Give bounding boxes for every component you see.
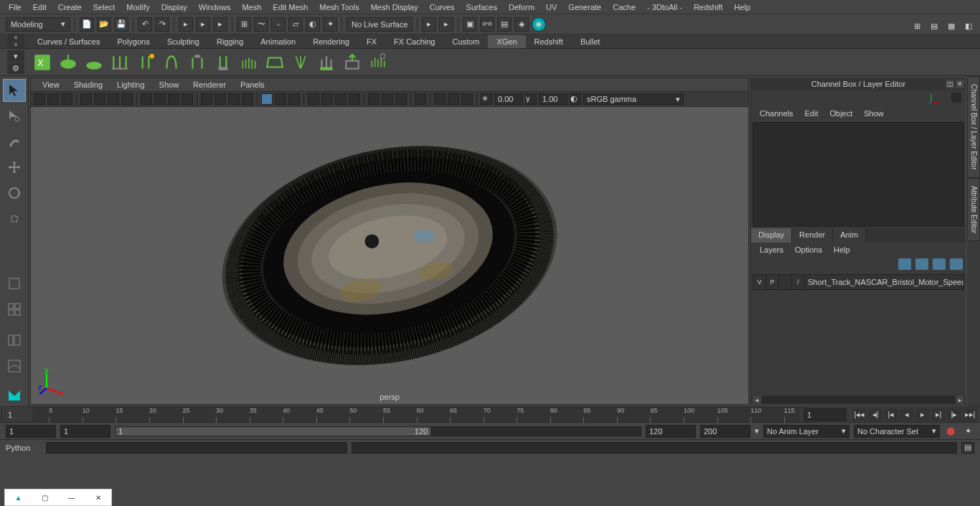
menu-curves[interactable]: Curves: [424, 1, 461, 14]
cb-menu-edit[interactable]: Edit: [798, 108, 824, 119]
vp-bookmark-icon[interactable]: [47, 93, 59, 105]
redo-icon[interactable]: ↷: [155, 17, 169, 32]
vp-cameras-icon[interactable]: [335, 93, 347, 105]
manip-toggle-icon[interactable]: [951, 93, 961, 103]
vp-exposure-icon[interactable]: [434, 93, 446, 105]
autokey-icon[interactable]: ⬤: [944, 425, 957, 438]
history-in-icon[interactable]: ▸: [422, 17, 436, 32]
play-back-icon[interactable]: ◂: [900, 408, 914, 421]
menu-uv[interactable]: UV: [540, 1, 562, 14]
vp-gamma-icon[interactable]: [448, 93, 459, 105]
xgen-region-icon[interactable]: [264, 52, 286, 73]
xgen-guide-sculpt-icon[interactable]: [161, 52, 182, 73]
menu-mesh[interactable]: Mesh: [236, 1, 267, 14]
xgen-guide-convert-icon[interactable]: [187, 52, 208, 73]
xgen-guide-tool-icon[interactable]: [212, 52, 234, 73]
step-forward-key-icon[interactable]: |▸: [947, 408, 961, 421]
vp-shaded-icon[interactable]: [154, 93, 166, 105]
vp-menu-show[interactable]: Show: [152, 79, 187, 90]
shelf-tab-fxcaching[interactable]: FX Caching: [385, 35, 443, 48]
paint-tool[interactable]: [3, 131, 26, 154]
layer-tab-display[interactable]: Display: [751, 228, 792, 243]
os-window-tab[interactable]: ▲ ▢ — ✕: [4, 489, 112, 506]
live-surface-field[interactable]: No Live Surface: [347, 17, 413, 32]
xgen-clump-icon[interactable]: [290, 52, 311, 73]
vp-lights-icon[interactable]: [182, 93, 193, 105]
shelf-tab-bullet[interactable]: Bullet: [572, 35, 609, 48]
playback-end-field[interactable]: 120: [646, 425, 696, 438]
shelf-tab-xgen[interactable]: XGen: [488, 35, 525, 48]
vp-resolution-gate-icon[interactable]: [108, 93, 119, 105]
layer-menu-layers[interactable]: Layers: [754, 244, 789, 256]
vp-exposure-btn[interactable]: ☀: [481, 93, 492, 105]
menu-mesh-display[interactable]: Mesh Display: [365, 1, 424, 14]
range-slider[interactable]: 1 120: [115, 426, 641, 436]
layer-new-empty-icon[interactable]: [933, 258, 946, 270]
menu-3dtoall[interactable]: - 3DtoAll -: [641, 1, 688, 14]
scroll-right-icon[interactable]: ▸: [956, 395, 964, 404]
vp-exposure-value[interactable]: 0.00: [494, 93, 523, 105]
scroll-left-icon[interactable]: ◂: [753, 395, 761, 404]
vp-menu-view[interactable]: View: [35, 79, 67, 90]
workspace-mode-dropdown[interactable]: Modeling ▾: [6, 17, 70, 32]
layout-single-icon[interactable]: [3, 272, 26, 295]
ipr-icon[interactable]: IPR: [480, 17, 494, 32]
vp-aa-icon[interactable]: [242, 93, 253, 105]
range-dropdown-arrow-icon[interactable]: ▾: [755, 426, 759, 436]
vp-image-plane-icon[interactable]: [61, 93, 72, 105]
xgen-open-icon[interactable]: X: [32, 52, 53, 73]
vp-gate-mask-icon[interactable]: [121, 93, 133, 105]
side-tab-attribute-editor[interactable]: Attribute Editor: [967, 178, 980, 241]
panel-undock-icon[interactable]: ◫: [946, 80, 954, 88]
vp-xray-joints-icon[interactable]: [288, 93, 300, 105]
display-layer-row[interactable]: V P / Short_Track_NASCAR_Bristol_Motor_S…: [753, 274, 964, 290]
shelf-tab-fx[interactable]: FX: [358, 35, 385, 48]
current-frame-field[interactable]: 1: [804, 408, 847, 421]
layer-name-field[interactable]: Short_Track_NASCAR_Bristol_Motor_Speedw: [805, 278, 963, 286]
snap-live-icon[interactable]: ✦: [323, 17, 337, 32]
vp-textured-icon[interactable]: [168, 93, 179, 105]
select-object-icon[interactable]: ▸: [196, 17, 210, 32]
play-forward-icon[interactable]: ▸: [915, 408, 930, 421]
vp-camera-icon[interactable]: [34, 93, 45, 105]
menu-help[interactable]: Help: [728, 1, 756, 14]
vp-gamma-value[interactable]: 1.00: [539, 93, 567, 105]
go-end-icon[interactable]: ▸▸|: [963, 408, 977, 421]
anim-layer-dropdown[interactable]: No Anim Layer▾: [763, 425, 849, 438]
layer-color-swatch[interactable]: /: [792, 275, 805, 289]
save-scene-icon[interactable]: 💾: [114, 17, 128, 32]
shelf-gear-icon[interactable]: ⚙: [7, 62, 24, 74]
vp-motion-blur-icon[interactable]: [228, 93, 240, 105]
menu-windows[interactable]: Windows: [193, 1, 237, 14]
xgen-cache-icon[interactable]: [316, 52, 337, 73]
cb-menu-object[interactable]: Object: [824, 108, 858, 119]
anim-start-field[interactable]: 1: [6, 425, 56, 438]
go-start-icon[interactable]: |◂◂: [852, 408, 867, 421]
workspace-icon-3[interactable]: ▦: [944, 19, 958, 33]
shelf-tab-sculpting[interactable]: Sculpting: [159, 35, 208, 48]
vp-wireframe-icon[interactable]: [141, 93, 152, 105]
graph-toggle-icon[interactable]: [3, 355, 26, 378]
xgen-preview-icon[interactable]: [367, 52, 389, 73]
vp-view-transform-icon[interactable]: ◐: [570, 93, 581, 105]
anim-end-field[interactable]: 200: [700, 425, 750, 438]
vp-plane-icon[interactable]: [415, 93, 426, 105]
shelf-toggle[interactable]: ≡≡: [7, 34, 24, 48]
vp-menu-shading[interactable]: Shading: [67, 79, 110, 90]
snap-point-icon[interactable]: ◦: [271, 17, 286, 32]
panel-close-icon[interactable]: ✕: [956, 80, 964, 88]
rotate-tool[interactable]: [3, 182, 26, 205]
menu-create[interactable]: Create: [52, 1, 88, 14]
render-settings-icon[interactable]: ▤: [497, 17, 512, 32]
shelf-tab-animation[interactable]: Animation: [252, 35, 304, 48]
vp-subdiv-icon[interactable]: [395, 93, 407, 105]
lasso-tool[interactable]: [3, 105, 26, 128]
render-globe-icon[interactable]: ◉: [532, 17, 546, 32]
vp-poly-icon[interactable]: [368, 93, 380, 105]
render-frame-icon[interactable]: ▣: [463, 17, 477, 32]
vp-lights2-icon[interactable]: [349, 93, 360, 105]
cb-menu-channels[interactable]: Channels: [754, 108, 798, 119]
new-scene-icon[interactable]: 📄: [80, 17, 94, 32]
xgen-guides-icon[interactable]: [109, 52, 131, 73]
history-out-icon[interactable]: ▸: [439, 17, 453, 32]
